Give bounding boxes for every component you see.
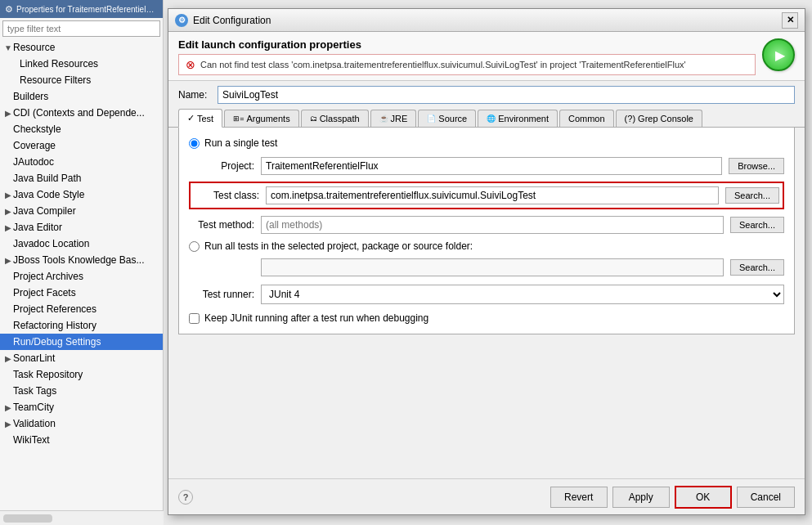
help-icon[interactable]: ? — [178, 490, 193, 505]
gear-icon: ⚙ — [5, 4, 13, 15]
tab-test-content: Run a single test Project: Browse... Tes… — [178, 128, 795, 334]
tree-item-jboss-tools[interactable]: ▶ JBoss Tools Knowledge Bas... — [0, 252, 163, 268]
tree-item-checkstyle[interactable]: Checkstyle — [0, 121, 163, 137]
source-tab-icon: 📄 — [427, 114, 436, 123]
radio-all-tests-row: Run all tests in the selected project, p… — [189, 240, 784, 252]
test-class-row: Test class: Search... — [189, 182, 784, 209]
all-tests-search-input[interactable] — [261, 258, 724, 276]
tree-item-label: Coverage — [13, 140, 56, 151]
tree-item-run-debug-settings[interactable]: Run/Debug Settings — [0, 334, 163, 350]
tree-item-java-code-style[interactable]: ▶ Java Code Style — [0, 186, 163, 203]
test-class-label: Test class: — [194, 190, 259, 201]
tree-item-refactoring-history[interactable]: Refactoring History — [0, 317, 163, 334]
tab-environment[interactable]: 🌐 Environment — [478, 110, 558, 127]
tree-item-javadoc-location[interactable]: Javadoc Location — [0, 236, 163, 252]
name-input[interactable] — [218, 86, 795, 104]
tab-source[interactable]: 📄 Source — [418, 110, 476, 127]
tree-item-label: Refactoring History — [13, 320, 96, 331]
tree-item-label: JAutodoc — [13, 156, 54, 168]
tree-item-wikitext[interactable]: WikiText — [0, 432, 163, 448]
dialog-footer: ? Revert Apply OK Cancel — [168, 478, 805, 514]
close-button[interactable]: ✕ — [782, 12, 798, 29]
tab-arguments[interactable]: ⊞= Arguments — [224, 110, 298, 127]
test-runner-select[interactable]: JUnit 4 JUnit 3 JUnit 5 — [261, 285, 784, 304]
keep-junit-checkbox[interactable] — [189, 313, 200, 324]
scrollbar-thumb[interactable] — [3, 514, 52, 523]
tree-item-java-editor[interactable]: ▶ Java Editor — [0, 219, 163, 236]
panel-scrollbar[interactable] — [0, 510, 164, 525]
error-message: Can not find test class 'com.inetpsa.tra… — [200, 60, 686, 70]
tree-item-project-archives[interactable]: Project Archives — [0, 268, 163, 285]
test-class-input[interactable] — [266, 186, 719, 204]
test-method-row: Test method: Search... — [189, 216, 784, 234]
ok-button[interactable]: OK — [675, 486, 732, 509]
cancel-button[interactable]: Cancel — [737, 487, 795, 508]
tree-item-linked-resources[interactable]: Linked Resources — [0, 56, 163, 72]
expand-icon: ▶ — [3, 109, 13, 118]
tab-common[interactable]: Common — [559, 110, 614, 127]
tab-classpath[interactable]: 🗂 Classpath — [301, 110, 369, 127]
tab-label: Arguments — [246, 114, 289, 123]
tree-item-task-tags[interactable]: Task Tags — [0, 383, 163, 399]
environment-tab-icon: 🌐 — [487, 114, 496, 123]
edit-configuration-dialog: ⚙ Edit Configuration ✕ Edit launch confi… — [168, 8, 805, 515]
tree-item-java-build-path[interactable]: Java Build Path — [0, 170, 163, 186]
radio-single-test-label: Run a single test — [204, 137, 277, 149]
project-browse-button[interactable]: Browse... — [729, 158, 784, 174]
tree-item-label: CDI (Contexts and Depende... — [13, 107, 145, 119]
filter-input[interactable] — [2, 20, 160, 37]
name-label: Name: — [178, 89, 211, 101]
expand-icon: ▶ — [3, 191, 13, 200]
test-runner-row: Test runner: JUnit 4 JUnit 3 JUnit 5 — [189, 285, 784, 304]
expand-icon: ▶ — [3, 420, 13, 429]
test-method-label: Test method: — [189, 219, 254, 231]
tree-item-label: SonarLint — [13, 352, 55, 364]
tree-item-project-references[interactable]: Project References — [0, 301, 163, 317]
test-method-search-button[interactable]: Search... — [730, 217, 784, 233]
dialog-icon: ⚙ — [175, 14, 188, 27]
project-input[interactable] — [261, 157, 722, 175]
jre-tab-icon: ☕ — [379, 114, 388, 123]
tree-item-jautodoc[interactable]: JAutodoc — [0, 154, 163, 170]
test-method-input[interactable] — [261, 216, 724, 234]
tree-item-java-compiler[interactable]: ▶ Java Compiler — [0, 203, 163, 219]
dialog-titlebar: ⚙ Edit Configuration ✕ — [168, 9, 805, 32]
tree-item-project-facets[interactable]: Project Facets — [0, 285, 163, 301]
tree-item-teamcity[interactable]: ▶ TeamCity — [0, 399, 163, 415]
tree-item-label: Javadoc Location — [13, 238, 89, 249]
apply-button[interactable]: Apply — [612, 487, 670, 508]
tree-item-resource-filters[interactable]: Resource Filters — [0, 72, 163, 88]
tree-item-coverage[interactable]: Coverage — [0, 137, 163, 154]
radio-all-tests-label: Run all tests in the selected project, p… — [204, 240, 473, 252]
keep-junit-row: Keep JUnit running after a test run when… — [189, 312, 784, 324]
tab-grep-console[interactable]: (?) Grep Console — [616, 110, 702, 127]
tree-item-label: JBoss Tools Knowledge Bas... — [13, 254, 145, 266]
all-tests-search-button[interactable]: Search... — [730, 259, 784, 276]
properties-panel-header: ⚙ Properties for TraitementReferentielFl… — [0, 0, 163, 18]
tree-container: ▼ Resource Linked Resources Resource Fil… — [0, 39, 163, 500]
radio-all-tests[interactable] — [189, 241, 200, 252]
test-class-search-button[interactable]: Search... — [725, 187, 779, 204]
revert-button[interactable]: Revert — [550, 487, 608, 508]
tabs-bar: ✓ Test ⊞= Arguments 🗂 Classpath ☕ JRE 📄 … — [168, 109, 805, 128]
tab-test[interactable]: ✓ Test — [178, 109, 222, 128]
error-icon: ⊗ — [186, 58, 195, 71]
tree-item-label: Java Build Path — [13, 173, 81, 184]
tab-jre[interactable]: ☕ JRE — [370, 110, 417, 127]
expand-icon: ▶ — [3, 354, 13, 363]
tree-item-resource[interactable]: ▼ Resource — [0, 39, 163, 56]
run-button[interactable]: ▶ — [762, 38, 795, 71]
tree-item-label: Resource — [13, 42, 55, 53]
error-bar: ⊗ Can not find test class 'com.inetpsa.t… — [178, 54, 756, 75]
tab-label: Environment — [498, 114, 549, 123]
tree-item-validation[interactable]: ▶ Validation — [0, 415, 163, 432]
tree-item-label: Java Editor — [13, 222, 62, 233]
tree-item-builders[interactable]: Builders — [0, 88, 163, 105]
tree-item-cdi[interactable]: ▶ CDI (Contexts and Depende... — [0, 105, 163, 121]
radio-single-test-row: Run a single test — [189, 137, 784, 149]
tree-item-label: Task Repository — [13, 369, 83, 380]
tree-item-sonarlint[interactable]: ▶ SonarLint — [0, 350, 163, 366]
radio-single-test[interactable] — [189, 138, 200, 149]
tree-item-task-repository[interactable]: Task Repository — [0, 366, 163, 383]
expand-icon: ▼ — [3, 43, 13, 52]
